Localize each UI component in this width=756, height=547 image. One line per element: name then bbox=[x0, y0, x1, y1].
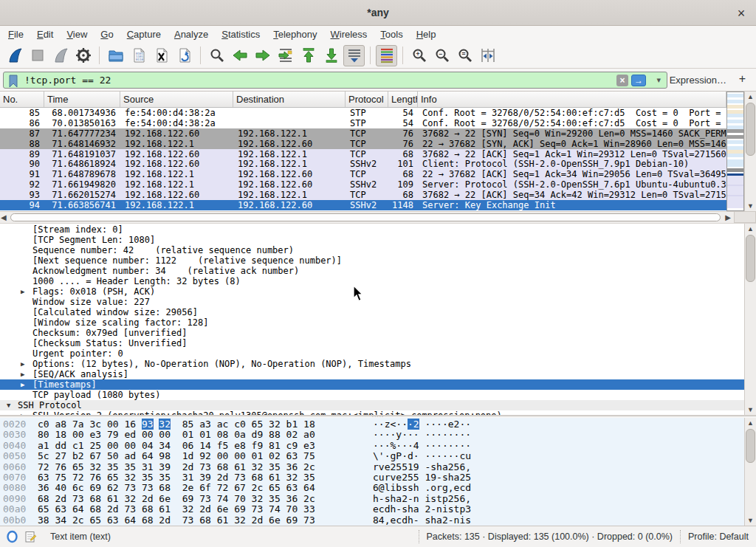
close-icon[interactable]: × bbox=[732, 4, 750, 22]
hex-byte[interactable]: 2c bbox=[303, 461, 315, 472]
scroll-down-icon[interactable]: ▼ bbox=[745, 405, 756, 415]
column-header-no[interactable]: No. bbox=[0, 92, 44, 107]
hex-byte[interactable]: 88 bbox=[269, 429, 281, 440]
detail-row[interactable]: ▶[Timestamps] bbox=[0, 379, 744, 390]
ascii-char[interactable]: 9 bbox=[430, 472, 436, 483]
hex-byte[interactable]: 73 bbox=[252, 503, 264, 515]
go-to-first-button[interactable] bbox=[298, 45, 319, 66]
hex-byte[interactable]: 74 bbox=[217, 493, 229, 504]
hex-byte[interactable]: 00 bbox=[107, 440, 119, 451]
hex-byte[interactable]: 69 bbox=[89, 482, 101, 493]
hex-byte[interactable]: 32 bbox=[269, 419, 281, 430]
ascii-char[interactable]: · bbox=[436, 450, 442, 461]
ascii-char[interactable]: · bbox=[413, 450, 419, 461]
hex-byte[interactable]: 68 bbox=[89, 503, 101, 515]
hex-row-0060[interactable]: 0060 72 76 65 32 35 35 31 39 2d 73 68 61… bbox=[3, 462, 471, 472]
ascii-char[interactable]: · bbox=[373, 429, 379, 440]
hex-byte[interactable]: 68 bbox=[159, 482, 171, 493]
hex-byte[interactable]: 64 bbox=[303, 482, 315, 493]
hex-byte[interactable]: 02 bbox=[286, 429, 298, 440]
ascii-char[interactable]: a bbox=[442, 461, 448, 472]
hex-byte[interactable]: 2d bbox=[217, 472, 229, 483]
ascii-char[interactable]: · bbox=[408, 429, 413, 440]
filter-history-caret-icon[interactable]: ▾ bbox=[656, 75, 661, 85]
hex-byte[interactable]: 36 bbox=[286, 461, 298, 472]
menu-go[interactable]: Go bbox=[94, 27, 120, 42]
ascii-char[interactable]: · bbox=[430, 440, 436, 451]
hex-byte[interactable]: c9 bbox=[286, 440, 298, 451]
zoom-out-button[interactable]: − bbox=[431, 45, 453, 66]
apply-filter-icon[interactable]: → bbox=[631, 75, 646, 86]
ascii-char[interactable]: s bbox=[402, 503, 408, 515]
ascii-char[interactable]: e bbox=[373, 503, 379, 515]
add-filter-button[interactable]: + bbox=[735, 72, 750, 86]
ascii-char[interactable]: , bbox=[465, 461, 471, 472]
ascii-char[interactable]: - bbox=[430, 503, 436, 515]
hex-byte[interactable]: 00 bbox=[142, 429, 154, 440]
detail-row[interactable]: ▼SSH Protocol bbox=[0, 400, 744, 410]
hex-byte[interactable]: 01 bbox=[199, 429, 211, 440]
packet-list-vscrollbar[interactable]: ▲ ▼ bbox=[744, 92, 756, 211]
hex-byte[interactable]: 0a bbox=[234, 429, 246, 440]
column-header-protocol[interactable]: Protocol bbox=[346, 92, 388, 107]
hex-byte[interactable]: 32 bbox=[124, 493, 136, 504]
resize-columns-button[interactable] bbox=[477, 45, 498, 66]
hex-byte[interactable]: 64 bbox=[72, 503, 84, 515]
ascii-char[interactable]: y bbox=[396, 429, 402, 440]
hex-byte[interactable]: 2c bbox=[303, 493, 315, 504]
hex-byte[interactable]: 74 bbox=[269, 503, 281, 515]
packet-row-85[interactable]: 8568.001734936fe:54:00:d4:38:2aSTP54Conf… bbox=[0, 108, 726, 118]
scroll-up-icon[interactable]: ▲ bbox=[745, 224, 756, 234]
hex-row-0050[interactable]: 0050 5c 27 b2 67 50 ad 64 98 1d 92 00 00… bbox=[3, 451, 471, 461]
hex-byte[interactable]: 64 bbox=[124, 515, 136, 526]
hex-byte[interactable]: 36 bbox=[286, 493, 298, 504]
detail-row[interactable]: [TCP Segment Len: 1080] bbox=[0, 235, 744, 245]
hex-byte[interactable]: 69 bbox=[286, 515, 298, 526]
close-capture-file-button[interactable] bbox=[151, 45, 172, 66]
ascii-char[interactable]: · bbox=[373, 419, 379, 430]
scroll-down-icon[interactable]: ▼ bbox=[745, 515, 756, 526]
hex-byte[interactable]: 62 bbox=[107, 482, 119, 493]
ascii-char[interactable]: s bbox=[465, 515, 471, 526]
hex-byte[interactable]: 75 bbox=[303, 450, 315, 461]
hex-byte[interactable]: 98 bbox=[159, 450, 171, 461]
hex-byte[interactable]: 67 bbox=[234, 482, 246, 493]
ascii-char[interactable]: · bbox=[396, 419, 402, 430]
ascii-char[interactable]: · bbox=[465, 419, 471, 430]
ascii-char[interactable]: ' bbox=[379, 450, 385, 461]
ascii-char[interactable]: · bbox=[442, 419, 448, 430]
hex-byte[interactable]: 73 bbox=[182, 515, 194, 526]
hex-byte[interactable]: 00 bbox=[159, 429, 171, 440]
ascii-char[interactable]: · bbox=[430, 450, 436, 461]
hex-byte[interactable]: 00 bbox=[72, 429, 84, 440]
ascii-char[interactable]: 2 bbox=[402, 472, 408, 483]
packet-list-header[interactable]: No.TimeSourceDestinationProtocolLengthIn… bbox=[0, 92, 744, 108]
display-filter-input[interactable] bbox=[4, 72, 667, 88]
menu-tools[interactable]: Tools bbox=[374, 27, 409, 42]
column-header-time[interactable]: Time bbox=[44, 92, 120, 107]
hex-byte[interactable]: 61 bbox=[217, 515, 229, 526]
expander-collapsed-icon[interactable]: ▶ bbox=[21, 286, 24, 297]
hex-byte[interactable]: 31 bbox=[182, 472, 194, 483]
hex-row-00a0[interactable]: 00a0 65 63 64 68 2d 73 68 61 32 2d 6e 69… bbox=[3, 504, 471, 515]
hex-byte[interactable]: 25 bbox=[89, 440, 101, 451]
hex-byte[interactable]: 39 bbox=[199, 472, 211, 483]
ascii-char[interactable]: u bbox=[379, 472, 385, 483]
hex-byte[interactable]: 32 bbox=[286, 472, 298, 483]
colorize-packets-button[interactable] bbox=[376, 45, 397, 66]
ascii-char[interactable]: h bbox=[408, 503, 413, 515]
hex-byte[interactable]: 35 bbox=[303, 472, 315, 483]
ascii-char[interactable]: · bbox=[379, 419, 385, 430]
hex-byte[interactable]: 92 bbox=[199, 450, 211, 461]
hex-byte[interactable]: 68 bbox=[142, 515, 154, 526]
hex-byte[interactable]: 6e bbox=[269, 515, 281, 526]
hex-byte[interactable]: 00 bbox=[124, 440, 136, 451]
hex-byte[interactable]: 39 bbox=[159, 461, 171, 472]
hex-byte[interactable]: 68 bbox=[38, 493, 49, 504]
ascii-char[interactable]: - bbox=[413, 515, 419, 526]
detail-row[interactable]: ▶Options: (12 bytes), No-Operation (NOP)… bbox=[0, 359, 744, 369]
hex-row-00b0[interactable]: 00b0 38 34 2c 65 63 64 68 2d 73 68 61 32… bbox=[3, 515, 471, 526]
hex-byte[interactable]: 31 bbox=[142, 461, 154, 472]
ascii-char[interactable]: \ bbox=[373, 450, 379, 461]
hex-byte[interactable]: 65 bbox=[89, 515, 101, 526]
